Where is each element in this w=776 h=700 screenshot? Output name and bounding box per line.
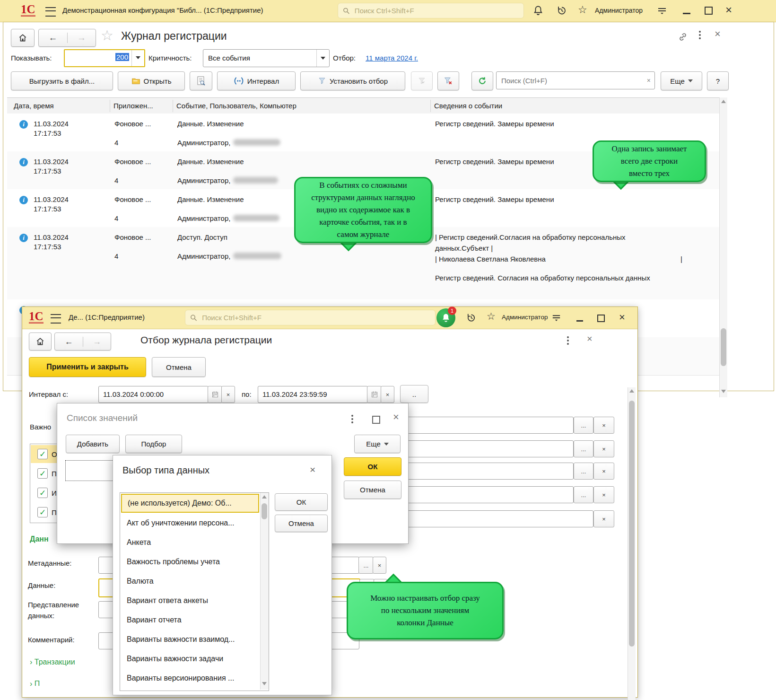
open-button[interactable]: Открыть [118,71,185,90]
clear-button[interactable]: × [373,557,386,574]
user-menu-icon[interactable] [551,313,562,323]
more-menu-icon[interactable] [699,31,701,33]
win1-user[interactable]: Администратор [595,7,643,14]
user-menu-icon[interactable] [656,6,668,16]
clear-button[interactable]: × [593,510,614,527]
home-button[interactable] [29,332,52,350]
table-scrollbar[interactable] [719,97,727,397]
close-page-icon[interactable]: × [587,333,593,344]
export-button[interactable]: Выгрузить в файл... [11,71,113,90]
checkbox-checked[interactable]: ✓ [37,488,48,498]
choose-button[interactable]: ... [574,486,593,503]
help-button[interactable]: ? [707,71,729,90]
refresh-button[interactable] [471,71,493,90]
type-item[interactable]: Анкета [121,533,259,552]
view-event-button[interactable] [190,71,212,90]
history-icon[interactable] [466,312,477,324]
favorites-star-icon[interactable]: ☆ [578,4,587,16]
forward-arrow-icon[interactable]: → [68,33,96,43]
more-menu-icon[interactable] [567,336,569,338]
close-icon[interactable]: × [725,5,732,15]
clear-button[interactable]: × [593,417,614,434]
forward-arrow-icon[interactable]: → [83,337,111,347]
get-link-icon[interactable] [678,32,688,42]
interval-button[interactable]: Интервал [217,71,296,90]
page-star-icon[interactable]: ☆ [101,27,113,44]
type-item[interactable]: Вариант ответа анкеты [121,591,259,610]
type-item-selected[interactable]: (не используется) Демо: Об... [121,494,259,513]
more-button[interactable]: Еще [354,435,401,453]
filter-date-link[interactable]: 11 марта 2024 г. [366,54,418,62]
type-item[interactable]: Валюта [121,571,259,591]
checkbox-checked[interactable]: ✓ [37,449,48,459]
minimize-icon[interactable] [576,320,583,322]
win2-user[interactable]: Администратор [502,314,548,321]
choose-button[interactable]: ... [574,417,593,434]
calendar-button[interactable] [208,386,222,403]
more-button[interactable]: Еще [661,71,702,90]
close-icon[interactable]: × [619,313,625,322]
maximize-icon[interactable] [705,7,713,15]
more-menu-icon[interactable] [351,415,353,417]
apply-close-button[interactable]: Применить и закрыть [29,357,146,377]
interval-more-button[interactable]: .. [400,385,428,403]
type-item[interactable]: Вариант отчета [121,610,259,630]
win1-global-search-input[interactable] [354,6,519,15]
choose-button[interactable]: ... [574,463,593,480]
pick-button[interactable]: Подбор [125,435,182,453]
journal-search-input[interactable]: × [496,71,655,89]
cancel-button[interactable]: Отмена [152,357,206,377]
add-button[interactable]: Добавить [66,435,120,453]
win2-global-search-input[interactable] [201,313,430,322]
col-app[interactable]: Приложен... [113,102,153,110]
ok-button[interactable]: ОК [275,493,328,511]
favorites-star-icon[interactable]: ☆ [487,311,496,322]
history-icon[interactable] [556,5,567,17]
cut-expander[interactable]: › П [30,680,40,686]
type-item[interactable]: Варианты версионирования ... [121,668,259,688]
home-button[interactable] [11,29,35,47]
filter-clear-button[interactable] [437,71,459,90]
notifications-bell-green-icon[interactable]: 1 [436,308,455,327]
ok-button[interactable]: ОК [344,457,401,476]
col-info[interactable]: Сведения о событии [434,102,502,110]
close-page-icon[interactable]: × [715,28,721,40]
clear-button[interactable]: × [593,440,614,457]
clear-date-button[interactable]: × [381,386,394,403]
type-item[interactable]: Варианты важности взаимод... [121,630,259,649]
journal-search-field[interactable] [500,76,647,85]
choose-button[interactable]: ... [358,557,374,574]
type-item[interactable]: Важность проблемы учета [121,552,259,571]
maximize-icon[interactable] [372,416,380,424]
filter-scrollbar[interactable] [628,387,636,700]
show-count-input[interactable]: 200 [64,49,145,67]
checkbox-checked[interactable]: ✓ [37,507,48,517]
clear-button[interactable]: × [593,463,614,480]
maximize-icon[interactable] [597,315,605,322]
col-date[interactable]: Дата, время [14,102,54,110]
close-icon[interactable]: × [393,411,399,423]
clear-date-button[interactable]: × [221,386,235,403]
win2-global-search[interactable] [185,310,436,325]
criticality-select[interactable]: Все события [203,49,330,67]
minimize-icon[interactable] [683,13,690,14]
filter-scrollbar-thumb[interactable] [629,401,635,647]
cancel-button[interactable]: Отмена [275,515,328,532]
main-menu-icon[interactable] [51,314,61,324]
cancel-button[interactable]: Отмена [344,481,401,499]
journal-search-clear-icon[interactable]: × [647,77,651,84]
win1-global-search[interactable] [338,3,524,18]
col-event[interactable]: Событие, Пользователь, Компьютер [176,102,296,110]
type-list-scrollbar[interactable] [260,493,269,690]
type-item[interactable]: Акт об уничтожении персона... [121,513,259,533]
calendar-button[interactable] [367,386,382,403]
criticality-dropdown[interactable] [316,50,329,67]
type-item[interactable]: Варианты важности задачи [121,649,259,668]
back-arrow-icon[interactable]: ← [55,337,83,347]
type-list-scrollbar-thumb[interactable] [262,503,267,519]
back-arrow-icon[interactable]: ← [39,33,68,43]
table-scrollbar-thumb[interactable] [721,328,726,366]
main-menu-icon[interactable] [45,7,56,17]
transactions-expander[interactable]: › Транзакции [30,658,75,666]
close-icon[interactable]: × [310,464,315,475]
